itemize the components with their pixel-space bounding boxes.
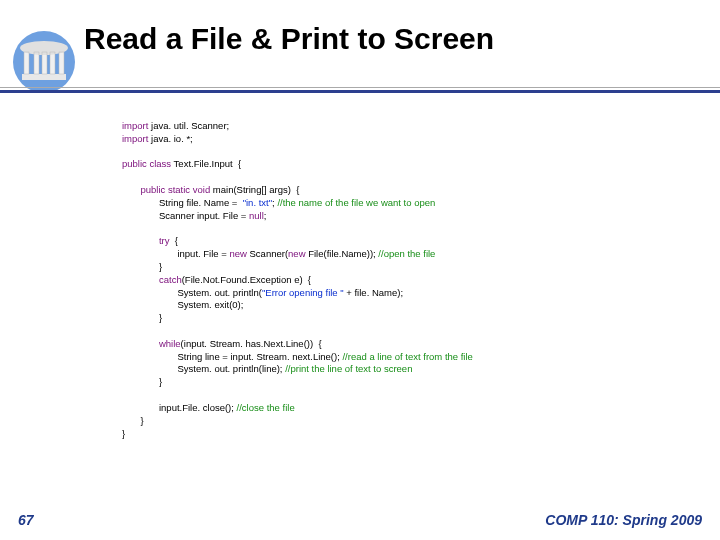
code-text: catch — [159, 274, 182, 285]
code-text: (File.Not.Found.Exception e) { — [182, 274, 311, 285]
code-text: new — [229, 248, 246, 259]
code-text: "Error opening file " — [262, 287, 344, 298]
code-text: Scanner( — [247, 248, 288, 259]
code-text: static — [165, 184, 190, 195]
code-text: String file. Name = — [159, 197, 243, 208]
code-text: //print the line of text to screen — [285, 363, 412, 374]
code-text: //the name of the file we want to open — [277, 197, 435, 208]
code-text: null — [249, 210, 264, 221]
code-text: (input. Stream. has.Next.Line()) { — [181, 338, 322, 349]
code-text: System. out. println( — [177, 287, 261, 298]
code-text: Text.File.Input { — [171, 158, 241, 169]
code-text: java. util. Scanner; — [148, 120, 229, 131]
code-text: input. File = — [177, 248, 229, 259]
code-text: //read a line of text from the file — [342, 351, 472, 362]
code-text: import — [122, 133, 148, 144]
code-text: { — [170, 235, 178, 246]
code-text: try — [159, 235, 170, 246]
svg-rect-3 — [34, 52, 39, 74]
code-text: class — [147, 158, 171, 169]
svg-rect-5 — [50, 52, 55, 74]
code-text: + file. Name); — [344, 287, 403, 298]
code-text: String line = input. Stream. next.Line()… — [177, 351, 342, 362]
unc-logo-icon — [12, 30, 76, 94]
code-block: import java. util. Scanner; import java.… — [122, 120, 702, 440]
code-text: } — [159, 376, 162, 387]
code-text: public — [140, 184, 165, 195]
code-text: ; — [264, 210, 267, 221]
code-text: } — [159, 312, 162, 323]
code-text: } — [159, 261, 162, 272]
svg-rect-6 — [59, 52, 64, 74]
code-text: main(String[] args) { — [210, 184, 299, 195]
code-text: "in. txt" — [243, 197, 272, 208]
slide: Read a File & Print to Screen import jav… — [0, 0, 720, 540]
code-text: java. io. *; — [148, 133, 192, 144]
slide-title: Read a File & Print to Screen — [84, 22, 494, 56]
svg-rect-4 — [42, 52, 47, 74]
code-text: void — [190, 184, 210, 195]
code-text: File(file.Name)); — [306, 248, 379, 259]
divider-thin — [0, 87, 720, 88]
code-text: import — [122, 120, 148, 131]
code-text: input.File. close(); — [159, 402, 237, 413]
svg-point-7 — [20, 41, 68, 55]
code-text: System. exit(0); — [177, 299, 243, 310]
svg-rect-1 — [22, 74, 66, 80]
code-text: public — [122, 158, 147, 169]
code-text: System. out. println(line); — [177, 363, 285, 374]
svg-rect-2 — [24, 52, 29, 74]
slide-number: 67 — [18, 512, 34, 528]
footer-course: COMP 110: Spring 2009 — [545, 512, 702, 528]
code-text: while — [159, 338, 181, 349]
code-text: //close the file — [237, 402, 295, 413]
code-text: //open the file — [378, 248, 435, 259]
code-text: Scanner input. File = — [159, 210, 249, 221]
code-text: new — [288, 248, 305, 259]
code-text: } — [140, 415, 143, 426]
divider-thick — [0, 90, 720, 93]
code-text: } — [122, 428, 125, 439]
